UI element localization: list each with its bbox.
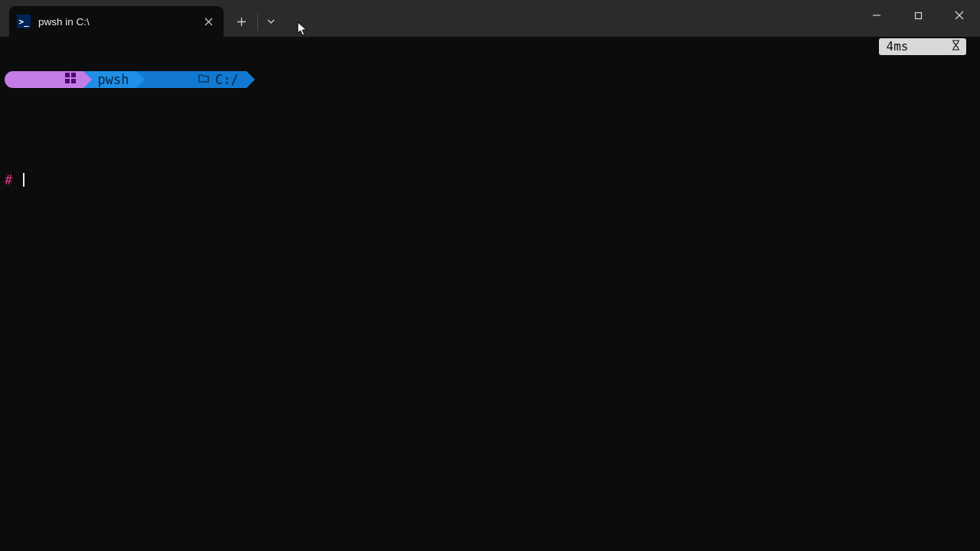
- prompt-segment-path: C:/: [136, 71, 246, 88]
- text-cursor: [23, 173, 24, 187]
- svg-rect-0: [915, 12, 921, 18]
- right-prompt-timing: 4ms: [879, 38, 966, 55]
- minimize-button[interactable]: [856, 0, 897, 31]
- prompt-path-label: C:/: [215, 71, 239, 88]
- windows-icon: [14, 54, 76, 105]
- terminal-viewport[interactable]: pwsh C:/ 4ms #: [0, 37, 980, 551]
- prompt-line: pwsh C:/: [0, 70, 980, 87]
- command-input-line[interactable]: #: [0, 171, 980, 188]
- close-tab-button[interactable]: [199, 12, 217, 31]
- svg-rect-2: [71, 73, 76, 77]
- folder-icon: [150, 54, 209, 105]
- terminal-tab[interactable]: >_ pwsh in C:\: [9, 6, 224, 37]
- svg-rect-4: [71, 79, 76, 83]
- tab-dropdown-button[interactable]: [260, 8, 283, 34]
- new-tab-button[interactable]: [228, 8, 254, 34]
- svg-rect-1: [65, 73, 70, 77]
- timing-value: 4ms: [887, 38, 909, 55]
- prompt-shell-label: pwsh: [97, 71, 129, 88]
- svg-rect-3: [65, 79, 70, 83]
- title-bar: >_ pwsh in C:\: [0, 0, 980, 37]
- tab-divider: [257, 14, 258, 31]
- prompt-prefix: #: [5, 171, 23, 188]
- prompt-segment-logo: [5, 71, 83, 88]
- tab-title: pwsh in C:\: [38, 16, 191, 28]
- hourglass-icon: [913, 21, 960, 72]
- powershell-icon: >_: [17, 15, 31, 28]
